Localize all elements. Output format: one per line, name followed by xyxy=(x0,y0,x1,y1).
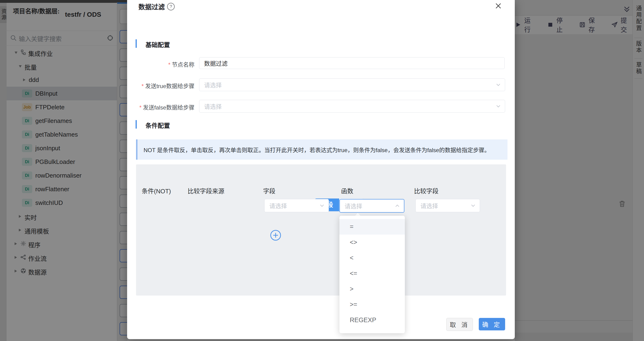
help-icon[interactable]: ? xyxy=(167,3,175,10)
condition-header-0: 条件(NOT) xyxy=(142,186,171,195)
false-step-placeholder: 请选择 xyxy=(204,102,222,110)
not-notice-banner: NOT 是条件取反，单击取反，再次单击则取正。当打开此开关时，若表达式为true… xyxy=(136,139,508,160)
condition-header-1: 比较字段来源 xyxy=(188,186,224,195)
compare-field-select[interactable]: 请选择 xyxy=(416,199,480,212)
dropdown-option-=[interactable]: = xyxy=(340,219,405,235)
dropdown-option-<>[interactable]: <> xyxy=(340,235,405,250)
close-icon[interactable] xyxy=(494,2,502,10)
section-accent-bar xyxy=(136,39,137,48)
chevron-down-icon xyxy=(495,103,502,110)
field-select[interactable]: 请选择 xyxy=(264,199,329,212)
delete-row-icon[interactable] xyxy=(618,199,626,208)
function-dropdown: =<><<=>>=REGEXPIS NULL xyxy=(340,216,405,333)
dropdown-option-<[interactable]: < xyxy=(340,250,405,266)
node-name-input[interactable] xyxy=(199,57,505,69)
dropdown-option->[interactable]: > xyxy=(340,281,405,297)
ok-button[interactable]: 确 定 xyxy=(479,318,505,330)
true-step-label: *发送true数据给步骤 xyxy=(132,82,194,90)
condition-header-2: 字段 xyxy=(263,186,276,195)
required-mark: * xyxy=(139,104,142,111)
node-name-label: *节点名称 xyxy=(132,60,194,68)
data-filter-modal: 数据过滤 ? 基础配置 *节点名称 *发送true数据给步骤 请选择 *发送fa… xyxy=(127,0,515,339)
section-accent-bar xyxy=(136,120,137,129)
chevron-down-icon xyxy=(319,202,325,209)
modal-title: 数据过滤 xyxy=(138,2,165,11)
field-select-placeholder: 请选择 xyxy=(269,201,287,210)
required-mark: * xyxy=(168,62,170,68)
false-step-label: *发送false数据给步骤 xyxy=(132,103,194,111)
condition-panel xyxy=(136,164,506,295)
true-step-select[interactable]: 请选择 xyxy=(199,78,505,91)
cancel-button[interactable]: 取 消 xyxy=(446,318,473,331)
app-root: 资源 项目名称/数据层: testfr / ODS 输入关键字搜索 集成作业批量… xyxy=(0,0,644,341)
basic-config-section-title: 基础配置 xyxy=(146,40,170,49)
add-condition-button[interactable] xyxy=(270,230,281,241)
function-select[interactable]: 请选择 xyxy=(340,199,404,213)
condition-header-3: 函数 xyxy=(341,186,353,195)
dropdown-option-REGEXP[interactable]: REGEXP xyxy=(340,312,405,328)
chevron-down-icon xyxy=(495,82,502,88)
chevron-down-icon xyxy=(470,202,476,209)
compare-select-placeholder: 请选择 xyxy=(420,201,438,210)
dropdown-option-<=[interactable]: <= xyxy=(340,266,405,281)
false-step-select[interactable]: 请选择 xyxy=(199,100,505,113)
dropdown-option-IS NULL[interactable]: IS NULL xyxy=(340,328,405,333)
required-mark: * xyxy=(142,83,144,89)
chevron-up-icon xyxy=(394,203,400,209)
condition-config-section-title: 条件配置 xyxy=(146,121,170,130)
not-notice-text: NOT 是条件取反，单击取反，再次单击则取正。当打开此开关时，若表达式为true… xyxy=(144,146,490,154)
function-select-placeholder: 请选择 xyxy=(344,202,362,210)
condition-header-4: 比较字段 xyxy=(414,186,438,195)
dropdown-option->=[interactable]: >= xyxy=(340,297,405,312)
true-step-placeholder: 请选择 xyxy=(204,81,222,89)
